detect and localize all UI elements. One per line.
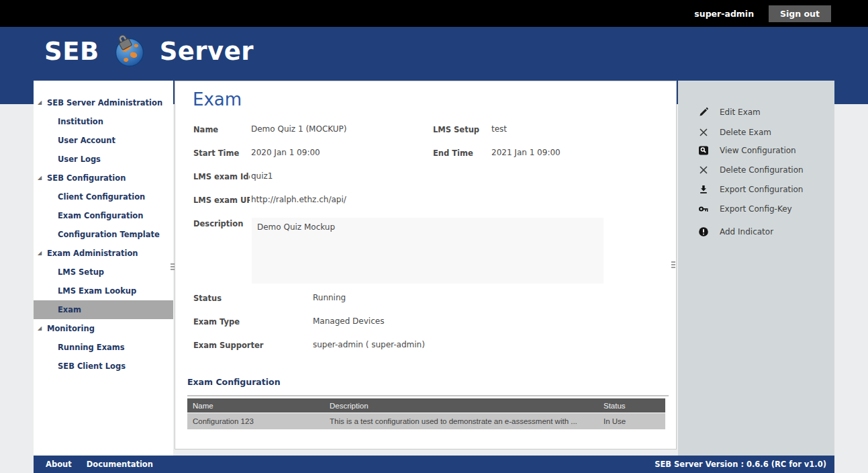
- sidebar-item-label: LMS Exam Lookup: [58, 286, 136, 296]
- delete-configuration-action[interactable]: Delete Configuration: [698, 164, 804, 176]
- logged-in-username: super-admin: [694, 9, 754, 19]
- sidebar-item-label: SEB Client Logs: [58, 361, 126, 371]
- sidebar-item-label: Exam Administration: [47, 249, 138, 258]
- table-header-status[interactable]: Status: [604, 402, 665, 410]
- field-value-lms-setup: test: [491, 124, 507, 134]
- sidebar-item-label: Running Exams: [58, 343, 125, 352]
- sidebar-nav: ◢ SEB Server Administration Institution …: [34, 81, 173, 456]
- field-label-status: Status: [193, 294, 222, 303]
- sidebar-item-label: User Logs: [58, 155, 101, 164]
- field-value-status: Running: [313, 293, 346, 302]
- main-scrollbar-thumb[interactable]: [671, 261, 675, 268]
- field-value-lms-exam-url: http://ralph.ethz.ch/api/: [251, 195, 346, 204]
- edit-exam-action[interactable]: Edit Exam: [698, 106, 761, 118]
- alert-icon: [698, 226, 709, 237]
- action-label: View Configuration: [720, 146, 796, 155]
- tree-expanded-icon: ◢: [38, 93, 42, 112]
- field-value-exam-type: Managed Devices: [313, 316, 384, 326]
- field-value-exam-supporter: super-admin ( super-admin): [313, 340, 425, 349]
- export-configuration-action[interactable]: Export Configuration: [698, 183, 803, 196]
- field-label-description: Description: [193, 219, 250, 228]
- sidebar-item-seb-server-administration[interactable]: ◢ SEB Server Administration: [34, 93, 173, 112]
- x-icon: [698, 165, 709, 175]
- sidebar-item-institution[interactable]: Institution: [34, 112, 173, 131]
- seb-globe-lock-icon: [113, 34, 146, 68]
- sidebar-item-seb-configuration[interactable]: ◢ SEB Configuration: [34, 169, 173, 187]
- table-cell-name: Configuration 123: [187, 417, 328, 425]
- sidebar-item-lms-exam-lookup[interactable]: LMS Exam Lookup: [34, 282, 173, 300]
- sidebar-item-label: Exam: [58, 305, 81, 314]
- sidebar-item-exam-selected[interactable]: Exam: [34, 300, 173, 319]
- exam-detail-panel: Exam Name Demo Quiz 1 (MOCKUP) LMS Setup…: [175, 81, 677, 449]
- table-cell-description: This is a test configuration used to dem…: [328, 417, 604, 425]
- top-bar: super-admin Sign out: [0, 0, 868, 27]
- sidebar-item-label: SEB Configuration: [47, 173, 126, 183]
- field-label-name: Name: [193, 125, 250, 134]
- sidebar-item-label: Client Configuration: [58, 192, 145, 202]
- action-label: Edit Exam: [720, 108, 761, 117]
- sidebar-item-exam-configuration[interactable]: Exam Configuration: [34, 206, 173, 225]
- view-config-icon: [698, 145, 709, 156]
- action-panel: Edit Exam Delete Exam View Configuration…: [678, 81, 834, 456]
- tree-expanded-icon: ◢: [38, 319, 42, 338]
- sidebar-item-client-configuration[interactable]: Client Configuration: [34, 187, 173, 206]
- footer-link-about[interactable]: About: [46, 460, 72, 469]
- sidebar-item-label: SEB Server Administration: [47, 98, 162, 108]
- sidebar-item-label: LMS Setup: [58, 267, 104, 277]
- sidebar-item-label: User Account: [58, 136, 115, 145]
- sidebar-item-user-account[interactable]: User Account: [34, 131, 173, 150]
- action-label: Delete Configuration: [720, 165, 804, 175]
- field-value-lms-exam-identifier: quiz1: [251, 171, 273, 181]
- field-value-end-time: 2021 Jan 1 09:00: [491, 148, 561, 157]
- delete-exam-action[interactable]: Delete Exam: [698, 126, 771, 138]
- action-label: Delete Exam: [720, 128, 771, 137]
- field-label-exam-supporter: Exam Supporter: [193, 341, 264, 350]
- download-icon: [698, 184, 709, 195]
- export-config-key-action[interactable]: Export Config-Key: [698, 203, 792, 215]
- sidebar-item-label: Configuration Template: [58, 230, 160, 239]
- field-label-lms-exam-url: LMS exam UR: [193, 196, 250, 205]
- action-label: Add Indicator: [720, 227, 773, 236]
- field-label-end-time: End Time: [433, 148, 473, 158]
- description-textarea[interactable]: Demo Quiz Mockup: [252, 218, 604, 284]
- logo-text-server: Server: [160, 39, 254, 64]
- key-icon: [698, 204, 709, 214]
- footer-bar: About Documentation SEB Server Version :…: [34, 456, 834, 473]
- action-label: Export Configuration: [720, 185, 803, 194]
- sidebar-item-lms-setup[interactable]: LMS Setup: [34, 263, 173, 282]
- table-header-row: Name Description Status: [187, 398, 665, 413]
- field-value-name: Demo Quiz 1 (MOCKUP): [251, 124, 347, 134]
- add-indicator-action[interactable]: Add Indicator: [698, 226, 773, 238]
- sidebar-item-label: Monitoring: [47, 324, 95, 333]
- sidebar-item-running-exams[interactable]: Running Exams: [34, 338, 173, 357]
- field-label-exam-type: Exam Type: [193, 317, 240, 327]
- tree-expanded-icon: ◢: [38, 244, 42, 263]
- section-divider: [187, 395, 669, 396]
- x-icon: [698, 127, 709, 138]
- field-label-start-time: Start Time: [193, 148, 250, 158]
- table-header-description[interactable]: Description: [328, 402, 604, 410]
- sidebar-item-exam-administration[interactable]: ◢ Exam Administration: [34, 244, 173, 263]
- action-label: Export Config-Key: [720, 204, 792, 214]
- field-label-lms-setup: LMS Setup: [433, 125, 479, 134]
- sidebar-item-seb-client-logs[interactable]: SEB Client Logs: [34, 357, 173, 376]
- page-title: Exam: [193, 89, 242, 110]
- app-logo: SEB Server: [44, 34, 254, 68]
- field-value-start-time: 2020 Jan 1 09:00: [251, 148, 320, 157]
- sidebar-item-user-logs[interactable]: User Logs: [34, 150, 173, 169]
- sidebar-item-monitoring[interactable]: ◢ Monitoring: [34, 319, 173, 338]
- sidebar-item-label: Exam Configuration: [58, 211, 143, 220]
- sidebar-item-configuration-template[interactable]: Configuration Template: [34, 225, 173, 244]
- sign-out-button[interactable]: Sign out: [769, 5, 831, 22]
- logo-text-seb: SEB: [44, 39, 99, 64]
- table-row[interactable]: Configuration 123 This is a test configu…: [187, 413, 665, 429]
- sidebar-item-label: Institution: [58, 117, 103, 126]
- footer-link-documentation[interactable]: Documentation: [87, 460, 153, 469]
- table-header-name[interactable]: Name: [187, 402, 328, 410]
- exam-configuration-table: Name Description Status Configuration 12…: [187, 398, 665, 429]
- server-version-text: SEB Server Version : 0.6.6 (RC for v1.0): [655, 460, 826, 469]
- view-configuration-action[interactable]: View Configuration: [698, 144, 796, 157]
- table-cell-status: In Use: [604, 417, 665, 425]
- field-label-lms-exam-identifier: LMS exam Ide: [193, 172, 250, 181]
- exam-configuration-section-title: Exam Configuration: [187, 377, 281, 387]
